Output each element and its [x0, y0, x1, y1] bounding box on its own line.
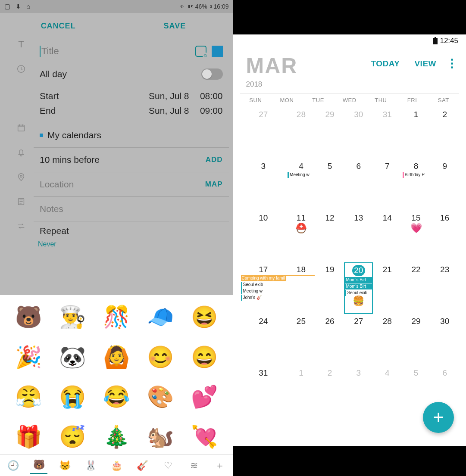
- sticker-tab[interactable]: ♡: [160, 457, 177, 474]
- calendar-day[interactable]: 3: [240, 159, 287, 211]
- calendar-day[interactable]: 31: [373, 107, 402, 159]
- sticker-item[interactable]: 🐼: [53, 339, 92, 375]
- calendar-day[interactable]: 19: [316, 262, 344, 314]
- calendar-day[interactable]: 29: [402, 314, 431, 366]
- calendar-day[interactable]: 29: [316, 107, 344, 159]
- reminder-row[interactable]: 10 mins before ADD: [34, 148, 229, 172]
- calendar-icon: [15, 123, 28, 135]
- sticker-item[interactable]: 🎄: [97, 419, 136, 455]
- calendar-day[interactable]: 14: [373, 211, 402, 262]
- sticker-item[interactable]: 💘: [185, 419, 224, 455]
- sticker-item[interactable]: 🙆: [97, 339, 136, 375]
- calendar-day[interactable]: 25: [287, 314, 316, 366]
- calendar-day[interactable]: 13: [344, 211, 373, 262]
- sticker-item[interactable]: 😭: [53, 379, 92, 415]
- calendar-day[interactable]: 12: [316, 211, 344, 262]
- sticker-item[interactable]: 😄: [185, 339, 224, 375]
- sticker-item[interactable]: 🎊: [97, 299, 136, 335]
- calendar-day[interactable]: 11⛑️: [287, 211, 316, 262]
- calendar-day[interactable]: 4Meeting w: [287, 159, 316, 211]
- calendar-day[interactable]: 15💗: [402, 211, 431, 262]
- add-reminder-button[interactable]: ADD: [206, 156, 223, 164]
- calendar-day[interactable]: 18: [287, 262, 316, 314]
- sticker-item[interactable]: 🐿️: [141, 419, 180, 455]
- sticker-tab[interactable]: 🎸: [134, 457, 151, 474]
- calendar-day[interactable]: 24: [240, 314, 287, 366]
- sticker-item[interactable]: 🎉: [9, 339, 48, 375]
- calendar-day[interactable]: 30: [344, 107, 373, 159]
- add-event-fab[interactable]: +: [423, 402, 454, 433]
- today-button[interactable]: TODAY: [371, 59, 400, 68]
- calendar-day[interactable]: 23: [430, 262, 459, 314]
- calendar-day[interactable]: 8Birthday P: [402, 159, 431, 211]
- sticker-item[interactable]: 😆: [185, 299, 224, 335]
- bell-icon: [15, 148, 28, 160]
- sticker-tab[interactable]: 🎂: [108, 457, 125, 474]
- sticker-tabs: 🕘🐻😾🐰🎂🎸♡≋＋: [0, 454, 233, 476]
- repeat-row[interactable]: Repeat: [34, 221, 229, 240]
- view-button[interactable]: VIEW: [414, 59, 436, 68]
- allday-toggle[interactable]: [201, 68, 223, 80]
- calendar-day[interactable]: 2: [316, 366, 344, 417]
- calendar-row[interactable]: My calendars: [34, 123, 229, 148]
- calendar-day[interactable]: 6: [344, 159, 373, 211]
- cancel-button[interactable]: CANCEL: [0, 22, 116, 31]
- map-button[interactable]: MAP: [205, 180, 223, 189]
- calendar-day[interactable]: 4: [373, 366, 402, 417]
- calendar-header: MAR 2018 TODAY VIEW: [233, 47, 466, 93]
- sticker-item[interactable]: 🎨: [141, 379, 180, 415]
- sticker-tab[interactable]: ≋: [185, 457, 203, 474]
- sticker-tab[interactable]: 🐰: [82, 457, 99, 474]
- end-row[interactable]: End Sun, Jul 8 09:00: [40, 106, 223, 116]
- more-menu-icon[interactable]: [451, 59, 453, 68]
- calendar-day[interactable]: 21: [373, 262, 402, 314]
- calendar-day[interactable]: 17Camping with my familSeoul exibMeeting…: [240, 262, 287, 314]
- calendar-day[interactable]: 26: [316, 314, 344, 366]
- sticker-item[interactable]: 🧢: [141, 299, 180, 335]
- sticker-item[interactable]: 😤: [9, 379, 48, 415]
- sticker-item[interactable]: 😴: [53, 419, 92, 455]
- sticker-item[interactable]: 👨‍🍳: [53, 299, 92, 335]
- calendar-day[interactable]: 30: [430, 314, 459, 366]
- calendar-day[interactable]: 7: [373, 159, 402, 211]
- status-time: 12:45: [440, 37, 458, 45]
- calendar-day[interactable]: 5: [316, 159, 344, 211]
- title-input[interactable]: [41, 46, 195, 57]
- weekday-label: MON: [271, 93, 303, 107]
- calendar-day[interactable]: 31: [240, 366, 287, 417]
- status-bar: ▢ ⬇ ⌂ ᯤ ▮◧ 46% ▯ 16:09: [0, 0, 233, 13]
- calendar-day[interactable]: 3: [344, 366, 373, 417]
- calendar-day[interactable]: 16: [430, 211, 459, 262]
- sticker-tab[interactable]: ＋: [211, 457, 228, 475]
- sticker-item[interactable]: 😊: [141, 339, 180, 375]
- start-row[interactable]: Start Sun, Jul 8 08:00: [40, 91, 223, 101]
- calendar-day[interactable]: 1: [287, 366, 316, 417]
- sticker-item[interactable]: 😂: [97, 379, 136, 415]
- calendar-day[interactable]: 20Mom's BirtMom's BirtSeoul exib🍔: [344, 262, 373, 314]
- location-row[interactable]: Location MAP: [34, 172, 229, 197]
- calendar-day[interactable]: 27: [344, 314, 373, 366]
- calendar-day[interactable]: 27: [240, 107, 287, 159]
- sticker-item[interactable]: 💕: [185, 379, 224, 415]
- calendar-day[interactable]: 22: [402, 262, 431, 314]
- save-button[interactable]: SAVE: [116, 22, 233, 31]
- calendar-day[interactable]: 2: [430, 107, 459, 159]
- sticker-item[interactable]: 🎁: [9, 419, 48, 455]
- year-label: 2018: [246, 80, 371, 89]
- calendar-day[interactable]: 28: [373, 314, 402, 366]
- calendar-day[interactable]: 28: [287, 107, 316, 159]
- sticker-tab[interactable]: 😾: [56, 457, 73, 474]
- text-cursor: [40, 46, 41, 57]
- sticker-tab[interactable]: 🐻: [30, 457, 47, 474]
- notes-row[interactable]: Notes: [34, 197, 229, 221]
- color-picker[interactable]: [212, 46, 223, 57]
- sticker-tab[interactable]: 🕘: [4, 457, 22, 474]
- sticker-icon[interactable]: [195, 46, 206, 57]
- sticker-item[interactable]: 🐻: [9, 299, 48, 335]
- calendar-day[interactable]: 10: [240, 211, 287, 262]
- weekday-label: TUE: [303, 93, 334, 107]
- weekday-label: THU: [365, 93, 397, 107]
- calendar-day[interactable]: 9: [430, 159, 459, 211]
- calendar-day[interactable]: 1: [402, 107, 431, 159]
- month-label[interactable]: MAR: [246, 55, 371, 77]
